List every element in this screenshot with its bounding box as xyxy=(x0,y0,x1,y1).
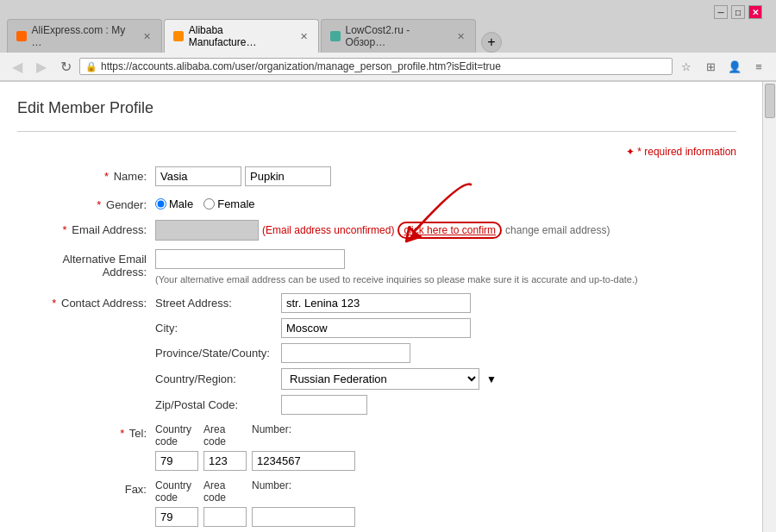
lock-icon: 🔒 xyxy=(85,61,97,72)
street-input[interactable] xyxy=(281,293,471,313)
gender-male-radio[interactable] xyxy=(155,198,166,210)
city-input[interactable] xyxy=(281,318,471,338)
fax-block: Country code Area code Number: xyxy=(155,479,355,527)
fax-number-input[interactable] xyxy=(252,507,355,527)
contact-address-block: Street Address: City: Province/State/Cou… xyxy=(155,293,497,415)
tel-number-input[interactable] xyxy=(252,451,355,471)
nav-tools: ☆ ⊞ 👤 ≡ xyxy=(676,56,769,77)
contact-address-field: Street Address: City: Province/State/Cou… xyxy=(155,293,736,415)
country-label: Country/Region: xyxy=(155,372,276,385)
gender-male-label[interactable]: Male xyxy=(155,197,193,210)
country-select[interactable]: Russian Federation United States China G… xyxy=(281,368,479,390)
email-confirm-link[interactable]: click here to confirm xyxy=(397,222,502,239)
zip-label: Zip/Postal Code: xyxy=(155,398,276,411)
gender-label: * Gender: xyxy=(17,195,155,211)
email-label: * Email Address: xyxy=(17,220,155,236)
bookmark-button[interactable]: ☆ xyxy=(676,56,697,77)
zip-row: Zip/Postal Code: xyxy=(155,395,497,415)
minimize-button[interactable]: ─ xyxy=(714,5,728,19)
address-text: https://accounts.alibaba.com/user/organi… xyxy=(101,60,501,72)
tab-favicon-aliexpress xyxy=(16,31,27,41)
name-row: * Name: xyxy=(17,166,736,186)
tab-close-lowcost[interactable]: ✕ xyxy=(457,31,465,42)
tel-area-header: Area code xyxy=(203,423,247,448)
city-row: City: xyxy=(155,318,497,338)
last-name-input[interactable] xyxy=(245,166,331,186)
tabs-bar: AliExpress.com : My … ✕ Alibaba Manufact… xyxy=(0,19,776,53)
page-title: Edit Member Profile xyxy=(17,99,736,117)
user-icon: 👤 xyxy=(728,60,742,73)
refresh-button[interactable]: ↻ xyxy=(55,56,76,77)
back-icon: ◀ xyxy=(12,59,22,75)
fax-number-header: Number: xyxy=(252,479,355,504)
menu-icon: ≡ xyxy=(755,60,762,73)
email-unconfirmed-text: (Email address unconfirmed) xyxy=(262,224,394,236)
fax-row: Fax: Country code Area code Number: xyxy=(17,479,736,527)
forward-button[interactable]: ▶ xyxy=(31,56,52,77)
gender-row: * Gender: Male Female xyxy=(17,195,736,211)
menu-button[interactable]: ≡ xyxy=(748,56,769,77)
alt-email-input[interactable] xyxy=(155,249,345,269)
refresh-icon: ↻ xyxy=(60,59,72,75)
tab-lowcost[interactable]: LowCost2.ru - Обзор… ✕ xyxy=(321,19,476,53)
new-tab-button[interactable]: + xyxy=(481,32,502,53)
tel-field: Country code Area code Number: xyxy=(155,423,736,471)
contact-address-label: * Contact Address: xyxy=(17,293,155,310)
scrollbar-thumb[interactable] xyxy=(765,84,775,118)
tab-alibaba[interactable]: Alibaba Manufacture… ✕ xyxy=(164,19,319,53)
fax-field: Country code Area code Number: xyxy=(155,479,736,527)
required-note: ✦ * required information xyxy=(17,146,736,158)
divider xyxy=(17,131,736,132)
fax-label: Fax: xyxy=(17,479,155,496)
window-controls: ─ □ ✕ xyxy=(714,5,762,19)
tel-inputs xyxy=(155,451,355,471)
back-button[interactable]: ◀ xyxy=(7,56,28,77)
email-wrapper: (Email address unconfirmed) click here t… xyxy=(155,220,610,241)
tel-area-input[interactable] xyxy=(203,451,247,471)
zip-input[interactable] xyxy=(281,395,367,415)
tel-number-header: Number: xyxy=(252,423,355,448)
province-label: Province/State/County: xyxy=(155,347,276,360)
tab-label-alibaba: Alibaba Manufacture… xyxy=(189,24,291,48)
bookmark-icon: ☆ xyxy=(681,60,692,73)
maximize-button[interactable]: □ xyxy=(731,5,745,19)
tel-country-input[interactable] xyxy=(155,451,198,471)
fax-country-input[interactable] xyxy=(155,507,198,527)
tel-headers: Country code Area code Number: xyxy=(155,423,355,448)
fax-inputs xyxy=(155,507,355,527)
email-change-link[interactable]: change email address) xyxy=(505,224,610,236)
gender-female-label[interactable]: Female xyxy=(203,197,254,210)
tel-row: * Tel: Country code Area code Number: xyxy=(17,423,736,471)
extensions-button[interactable]: ⊞ xyxy=(700,56,721,77)
street-row: Street Address: xyxy=(155,293,497,313)
street-label: Street Address: xyxy=(155,297,276,310)
gender-field: Male Female xyxy=(155,195,736,210)
tab-close-alibaba[interactable]: ✕ xyxy=(300,31,308,42)
city-label: City: xyxy=(155,322,276,335)
tel-country-header: Country code xyxy=(155,423,198,448)
tab-aliexpress[interactable]: AliExpress.com : My … ✕ xyxy=(7,19,162,53)
user-button[interactable]: 👤 xyxy=(724,56,745,77)
tel-block: Country code Area code Number: xyxy=(155,423,355,471)
page-content: Edit Member Profile ✦ * required informa… xyxy=(0,82,762,532)
alt-email-row: Alternative Email Address: (Your alterna… xyxy=(17,249,736,285)
fax-area-input[interactable] xyxy=(203,507,247,527)
tab-favicon-lowcost xyxy=(330,31,341,41)
email-row: * Email Address: (Email address unconfir… xyxy=(17,220,736,241)
fax-area-header: Area code xyxy=(203,479,247,504)
forward-icon: ▶ xyxy=(36,59,47,75)
contact-address-row: * Contact Address: Street Address: City:… xyxy=(17,293,736,415)
name-field xyxy=(155,166,736,186)
title-bar: ─ □ ✕ xyxy=(0,0,776,19)
scrollbar[interactable] xyxy=(762,82,776,532)
first-name-input[interactable] xyxy=(155,166,241,186)
tab-close-aliexpress[interactable]: ✕ xyxy=(143,31,151,42)
puzzle-icon: ⊞ xyxy=(706,60,716,73)
gender-female-radio[interactable] xyxy=(203,198,215,210)
address-bar[interactable]: 🔒 https://accounts.alibaba.com/user/orga… xyxy=(79,58,673,75)
close-button[interactable]: ✕ xyxy=(748,5,762,19)
fax-country-header: Country code xyxy=(155,479,198,504)
province-input[interactable] xyxy=(281,343,410,363)
page-wrapper: Edit Member Profile ✦ * required informa… xyxy=(0,82,776,532)
country-row: Country/Region: Russian Federation Unite… xyxy=(155,368,497,390)
